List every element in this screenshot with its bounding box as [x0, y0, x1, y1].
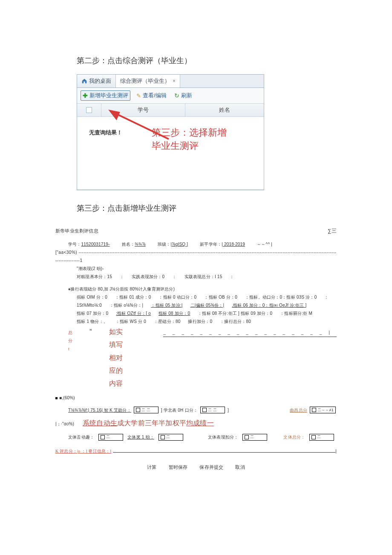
wt-b: 文体奖 1 昐： [127, 433, 154, 441]
t-row-c: ] [228, 406, 229, 414]
wt-d: 文体总分： [283, 433, 305, 441]
submit-button[interactable]: 保存并提交 [199, 463, 223, 472]
r3e: ,指标 06 加分：0：指㈱ OeJf 汾:佢三 ] [232, 301, 306, 309]
dot-icon [55, 397, 58, 399]
r5c: ：星础分：80 [154, 317, 181, 325]
tab-my-desktop-label: 我的桌面 [89, 77, 111, 85]
r4b: :指标 OZtf 分：[ o [116, 309, 151, 317]
toolbar: ✚ 新增毕业生测评 ✎ 查看/编辑 ↻ 刷新 [77, 88, 264, 104]
tab-strip: 我的桌面 综合测评（毕业生） × [77, 75, 264, 88]
r1a: 对糕现基本分：15 [77, 273, 112, 281]
r2c: ：指标 0 动口分：0 [159, 293, 196, 301]
tab-assessment-label: 综合测评（毕业生） [120, 77, 170, 85]
cancel-button[interactable]: 取消 [235, 463, 245, 472]
student-info-row: 学号：11520031719- 姓名：¾¾⅞ 班级：|⅞gISQ ] 新平学年：… [55, 240, 337, 248]
form-title: 新帝毕业生剃评信息 [55, 227, 98, 235]
input-wt-a[interactable]: 二 [98, 434, 123, 441]
r3d: 二|偏标 05⅜份：| [190, 301, 225, 309]
note-fill: 如实填写相对应的内容 [109, 325, 130, 390]
grid-col-checkbox [77, 104, 101, 116]
input-wt-c[interactable]: 二 [242, 434, 267, 441]
r3c: ：指标 05 加汾:| [151, 301, 182, 309]
k-row: K 评总分：|o ：] 脊江信息：l | [55, 447, 337, 455]
k-total: K 评总分：|o ：] 脊江信息：l [55, 447, 111, 455]
tab-assessment[interactable]: 综合测评（毕业生） × [116, 75, 180, 87]
note-auto: 系统自动生成大学前三年半加权平均成绩一 [83, 417, 214, 430]
r1b: ： [120, 273, 124, 281]
total-label: 总分t [68, 328, 72, 353]
tab-my-desktop[interactable]: 我的桌面 [77, 75, 116, 87]
r3b: ：指标 o⅛⅝分：| [110, 301, 144, 309]
r3a: 1St⅜Mto⅛:0 [77, 301, 102, 309]
r4d: ：指标 08 不分:佢工 ] 指标 09 加分：0 [198, 309, 272, 317]
row-ind-4: 指标 07 加分：0 :指标 OZtf 分：[ o 指标 08 加分：0 ：指标… [55, 309, 337, 317]
sn-field: 学号：11520031719- [68, 240, 110, 248]
r4e: ：指标丽分:佢 M [280, 309, 312, 317]
r5e: ：操行总分：80 [220, 317, 251, 325]
callout-line2: 毕业生测评 [152, 140, 199, 151]
tail-text: ～～^^ | [257, 240, 272, 248]
callout-text: 第三步：选择新增 毕业生测评 [152, 126, 227, 153]
input-wt-d[interactable]: 二 [309, 434, 334, 441]
r2b: ：指标 01 成分：0 [115, 293, 151, 301]
refresh-icon: ↻ [174, 92, 179, 99]
ao-row: |；·"αo%) 系统自动生成大学前三年半加权平均成绩一 [55, 417, 337, 430]
row-ind-3: 1St⅜Mto⅛:0 ：指标 o⅛⅝分：| ：指标 05 加汾:| 二|偏标 0… [55, 301, 337, 309]
r1e: 实跋表现总分：I 15 [184, 273, 222, 281]
pencil-icon: ✎ [136, 93, 141, 99]
callout-line1: 第三步：选择新增 [152, 127, 227, 138]
tmp-save-button[interactable]: 暂时保存 [169, 463, 188, 472]
input-wt-b[interactable]: 二 [159, 434, 183, 441]
input-zhik[interactable]: 二 二 [134, 407, 159, 413]
r2f: ： [324, 293, 329, 301]
summary-icon: ∑三 [328, 226, 337, 236]
sub-ops: ♦操行表现础分 80,加 J⅛分后按 80%计入像育测评总分) [55, 285, 337, 293]
step3-heading: 第三步：点击新增毕业生测评 [77, 203, 337, 213]
total-row: 总分t “ 如实填写相对应的内容 __________________| [55, 325, 337, 390]
t-row-a: T⅛¾⅞⅜f:| 75.16| 智 K 艾勋分： [68, 406, 131, 414]
r1c: 实践表现加分：0 [132, 273, 164, 281]
view-edit-button[interactable]: ✎ 查看/编辑 [135, 91, 168, 100]
t-row: T⅛¾⅞⅜f:| 75.16| 智 K 艾勋分： 二 二 ] 学北表 0H 口分… [55, 406, 337, 414]
view-edit-label: 查看/编辑 [143, 92, 167, 99]
class-field: 班级：|⅞gISQ ] [158, 240, 188, 248]
form-buttons: 计算 暂时保存 保存并提交 取消 [55, 463, 337, 472]
r1f: ： [230, 273, 234, 281]
r4c: 指标 08 加分：0 [159, 309, 190, 317]
section-aa: ["aa<30%) ------------------------------… [55, 248, 337, 264]
dash-line: __________________| [163, 328, 337, 337]
qu-total-label: 曲昌总分 [290, 406, 307, 414]
quote: “ [89, 325, 92, 338]
year-field: 新平学年：| 2018·2019 [200, 240, 245, 248]
home-icon [81, 78, 87, 84]
row-ind-5: 指标 1 物分：。 ：指标 WS 分 0 ：星础分：80 操行加分：0 ：操行总… [55, 317, 337, 325]
ao-label: |；·"αo%) [55, 420, 74, 428]
r5a: 指标 1 物分：。 [77, 317, 108, 325]
r4a: 指标 07 加分：0 [77, 309, 108, 317]
grid-body: 无查询结果！ 第三步：选择新增 毕业生测评 [77, 117, 264, 190]
row-ind-2: 搦标 OIM 分：0 ：指标 01 成分：0 ：指标 0 动口分：0 ：指标 O… [55, 293, 337, 301]
input-xuebei[interactable]: 二 二 [200, 407, 225, 413]
select-all-checkbox[interactable] [86, 107, 92, 113]
add-assessment-button[interactable]: ✚ 新增毕业生测评 [81, 90, 130, 101]
close-icon[interactable]: × [173, 78, 176, 84]
r1d: ： [172, 273, 176, 281]
calc-button[interactable]: 计算 [147, 463, 156, 472]
row-practice: 对糕现基本分：15 ： 实践表现加分：0 ： 实跋表现总分：I 15 ： [55, 273, 337, 281]
assessment-form: 新帝毕业生剃评信息 ∑三 学号：11520031719- 姓名：¾¾⅞ 班级：|… [55, 226, 337, 472]
r2a: 搦标 OIM 分：0 [77, 293, 107, 301]
add-assessment-label: 新增毕业生测评 [89, 92, 128, 99]
step2-heading: 第二步：点击综合测评（毕业生） [77, 55, 337, 66]
r2e: ：指标。动口分：0：指标 03S 汾：0 [245, 293, 317, 301]
plus-icon: ✚ [83, 92, 88, 99]
refresh-button[interactable]: ↻ 刷新 [173, 91, 194, 100]
wt-a: 文体舌动趣： [68, 433, 94, 441]
refresh-label: 刷新 [181, 92, 192, 99]
r5b: ：指标 WS 分 0 [115, 317, 146, 325]
r2d: ：指标 OB 分：0 [204, 293, 237, 301]
grid-col-name: 姓名 [185, 104, 264, 116]
t-row-b: ] 学北表 0H 口分： [161, 406, 198, 414]
r5d: 操行加分：0 [188, 317, 212, 325]
wt-row: 文体舌动趣： 二 文体奖 1 昐： 二 文体表现扣分： 二 文体总分： 二 [55, 433, 337, 441]
input-qu-total[interactable]: 二～～≠1 [310, 407, 336, 413]
